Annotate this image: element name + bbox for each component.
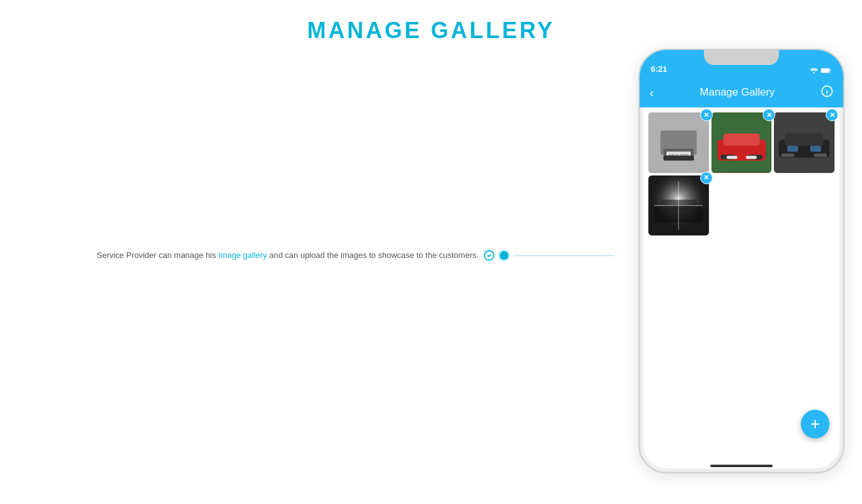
nav-bar: ‹ Manage Gallery: [640, 77, 843, 107]
gallery-image-1: AB12 CDE: [648, 112, 709, 173]
fab-icon: +: [810, 415, 820, 433]
connector-line: [513, 255, 613, 256]
status-time: 6:21: [651, 64, 667, 74]
gallery-delete-3[interactable]: ✕: [826, 109, 838, 121]
description-text: Service Provider can manage his Image ga…: [97, 250, 478, 261]
gallery-grid: AB12 CDE ✕: [643, 107, 840, 240]
gallery-item-1: AB12 CDE ✕: [648, 112, 709, 173]
gallery-image-3: [774, 112, 835, 173]
car-image-svg-3: [774, 112, 835, 173]
highlight-image-gallery: Image gallery: [218, 250, 267, 260]
svg-text:AB12 CDE: AB12 CDE: [668, 154, 689, 158]
gallery-image-4: [648, 175, 709, 236]
status-icons: [810, 67, 832, 74]
wifi-icon: [810, 67, 818, 74]
info-button[interactable]: [821, 85, 833, 101]
gallery-item-4: ✕: [648, 175, 709, 236]
car-image-svg-2: [711, 112, 772, 173]
page-title: MANAGE GALLERY: [0, 17, 862, 44]
svg-rect-18: [746, 156, 756, 159]
gallery-delete-2[interactable]: ✕: [763, 109, 775, 121]
car-image-svg-1: AB12 CDE: [648, 112, 709, 173]
gallery-delete-1[interactable]: ✕: [700, 109, 713, 121]
svg-rect-24: [788, 146, 798, 152]
phone-screen: AB12 CDE ✕: [643, 107, 840, 468]
svg-rect-25: [810, 146, 821, 152]
svg-point-1: [813, 72, 815, 73]
svg-rect-22: [781, 154, 795, 157]
nav-title: Manage Gallery: [700, 86, 775, 99]
car-image-svg-4: [648, 175, 709, 236]
dot-indicator: [500, 251, 508, 260]
gallery-item-3: ✕: [774, 112, 835, 173]
home-indicator: [710, 465, 773, 467]
gallery-item-2: ✕: [711, 112, 772, 173]
gallery-image-2: [711, 112, 772, 173]
phone-mockup: 6:21 ‹ Manage Gallery: [638, 49, 845, 473]
svg-rect-23: [814, 154, 827, 157]
battery-icon: [821, 67, 832, 74]
gallery-delete-4[interactable]: ✕: [700, 172, 713, 184]
phone-frame: 6:21 ‹ Manage Gallery: [638, 49, 845, 473]
phone-notch: [704, 50, 779, 65]
back-button[interactable]: ‹: [650, 86, 654, 100]
svg-rect-14: [723, 134, 760, 146]
check-icon: [483, 250, 495, 261]
description-area: Service Provider can manage his Image ga…: [97, 250, 613, 261]
svg-rect-21: [785, 134, 824, 146]
svg-rect-17: [726, 156, 737, 159]
svg-rect-3: [821, 69, 829, 72]
fab-add-button[interactable]: +: [801, 410, 830, 438]
